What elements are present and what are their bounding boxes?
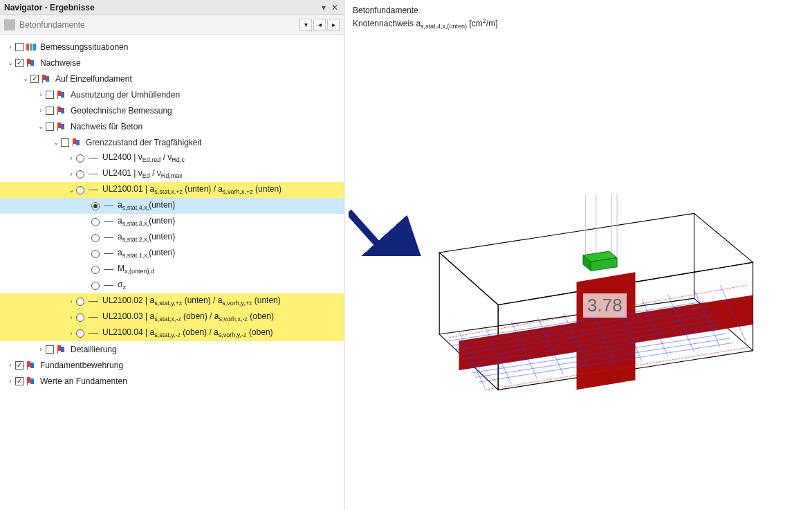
expand-toggle-icon[interactable]: › (66, 170, 76, 178)
svg-rect-10 (61, 92, 64, 98)
expand-toggle-icon[interactable]: ⌄ (51, 138, 61, 146)
tree-checkbox[interactable] (15, 59, 24, 67)
expand-toggle-icon[interactable]: › (6, 43, 15, 51)
close-icon[interactable]: ✕ (330, 3, 340, 12)
expand-toggle-icon[interactable]: › (36, 345, 46, 353)
expand-toggle-icon[interactable]: ⌄ (21, 75, 30, 82)
tree-radio[interactable] (76, 154, 84, 163)
tree-checkbox[interactable] (46, 91, 54, 99)
tree-item-label: Bemessungssituationen (39, 42, 128, 52)
tree-row[interactable]: ›UL2401 | νEd / νRd,max (0, 166, 344, 182)
tree-checkbox[interactable] (46, 345, 54, 354)
svg-rect-6 (42, 75, 46, 80)
tree-row[interactable]: ›Bemessungssituationen (0, 39, 344, 55)
tree-row[interactable]: ›UL2100.04 | as,stat,y,-z (oben) / as,vo… (0, 325, 344, 341)
tree-radio[interactable] (91, 234, 100, 242)
tree-row[interactable]: as,stat,4,x,(unten) (0, 198, 344, 214)
svg-rect-28 (30, 379, 34, 384)
expand-toggle-icon[interactable]: › (36, 91, 46, 98)
svg-rect-3 (27, 59, 30, 64)
svg-rect-13 (61, 108, 64, 113)
tree-radio[interactable] (76, 170, 84, 179)
expand-toggle-icon[interactable]: ⌄ (36, 122, 46, 130)
toolbar-next-button[interactable]: ▸ (327, 19, 340, 31)
expand-toggle-icon[interactable]: › (66, 298, 76, 305)
tree-row[interactable]: as,stat,3,x,(unten) (0, 214, 344, 230)
tree-item-label: Auf Einzelfundament (54, 74, 132, 84)
tree-row[interactable]: ›Ausnutzung der Umhüllenden (0, 86, 344, 102)
expand-toggle-icon[interactable]: › (66, 154, 76, 162)
tree-row[interactable]: ⌄Grenzzustand der Tragfähigkeit (0, 134, 344, 150)
tree-item-label: Geotechnische Bemessung (69, 106, 172, 116)
svg-rect-21 (57, 345, 61, 351)
design-flag-icon (26, 376, 36, 386)
svg-rect-12 (57, 107, 61, 112)
tree-row[interactable]: ⌄Nachweise (0, 55, 344, 71)
tree-checkbox[interactable] (46, 107, 54, 115)
tree-radio[interactable] (91, 250, 100, 258)
navigator-titlebar: Navigator - Ergebnisse ▾ ✕ (0, 0, 344, 15)
tree-checkbox[interactable] (46, 122, 54, 131)
tree-row[interactable]: ›Fundamentbewehrung (0, 357, 344, 373)
result-line-icon (104, 206, 113, 206)
tree-row[interactable]: as,stat,2,x,(unten) (0, 230, 344, 246)
tree-radio[interactable] (91, 266, 100, 274)
toolbar-prev-button[interactable]: ◂ (313, 19, 326, 31)
svg-rect-25 (30, 363, 34, 368)
tree-row[interactable]: ›UL2100.02 | as,stat,y,+z (unten) / as,v… (0, 293, 344, 309)
tree-row[interactable]: ›UL2100.03 | as,stat,x,-z (oben) / as,vo… (0, 309, 344, 325)
svg-rect-27 (27, 377, 30, 383)
tree-row[interactable]: σz (0, 277, 344, 293)
tree-radio[interactable] (76, 298, 84, 306)
result-line-icon (104, 221, 113, 222)
toolbar-label: Betonfundamente (19, 20, 295, 30)
tree-checkbox[interactable] (15, 377, 24, 385)
tree-row[interactable]: ⌄Nachweis für Beton (0, 118, 344, 134)
expand-toggle-icon[interactable]: › (66, 329, 76, 337)
result-line-icon (89, 174, 98, 174)
svg-rect-22 (61, 347, 64, 352)
tree-row[interactable]: ›Werte an Fundamenten (0, 373, 344, 389)
result-line-icon (89, 317, 98, 318)
result-line-icon (104, 253, 113, 254)
result-line-icon (89, 158, 98, 158)
tree-radio[interactable] (91, 218, 100, 226)
svg-rect-4 (30, 60, 34, 66)
expand-toggle-icon[interactable]: › (6, 377, 15, 385)
tree-radio[interactable] (91, 282, 100, 290)
tree-row[interactable]: Mx,(unten),d (0, 262, 344, 277)
result-line-icon (104, 269, 113, 270)
tree-radio[interactable] (76, 313, 84, 322)
expand-toggle-icon[interactable]: › (66, 313, 76, 321)
tree-row[interactable]: ⌄UL2100.01 | as,stat,x,+z (unten) / as,v… (0, 182, 344, 198)
expand-toggle-icon[interactable]: ⌄ (66, 186, 76, 194)
expand-toggle-icon[interactable]: › (36, 107, 46, 114)
tree-checkbox[interactable] (15, 361, 24, 370)
tree-radio[interactable] (76, 329, 84, 338)
expand-toggle-icon[interactable]: ⌄ (6, 59, 15, 66)
svg-rect-8 (42, 80, 43, 83)
tree-item-label: UL2100.03 | as,stat,x,-z (oben) / as,vor… (101, 311, 274, 322)
svg-rect-24 (27, 361, 30, 367)
window-options-icon[interactable]: ▾ (319, 3, 329, 12)
svg-rect-0 (26, 44, 29, 51)
design-flag-icon (57, 90, 66, 100)
tree-radio[interactable] (91, 202, 100, 210)
tree-item-label: Werte an Fundamenten (39, 376, 127, 386)
tree-row[interactable]: ›Detaillierung (0, 341, 344, 357)
tree-checkbox[interactable] (15, 43, 24, 51)
tree-row[interactable]: ⌄Auf Einzelfundament (0, 71, 344, 86)
tree-checkbox[interactable] (30, 75, 39, 83)
results-tree[interactable]: ›Bemessungssituationen⌄Nachweise⌄Auf Ein… (0, 35, 344, 510)
toolbar-dropdown-button[interactable]: ▾ (299, 19, 312, 31)
model-viewport[interactable]: Betonfundamente Knotennachweis as,stat,4… (344, 0, 812, 510)
tree-radio[interactable] (76, 186, 84, 194)
tree-item-label: σz (116, 280, 126, 291)
expand-toggle-icon[interactable]: › (6, 361, 15, 369)
viewport-title: Betonfundamente (353, 4, 497, 17)
tree-checkbox[interactable] (61, 138, 69, 147)
navigator-toolbar: Betonfundamente ▾ ◂ ▸ (0, 15, 344, 35)
tree-row[interactable]: as,stat,1,x,(unten) (0, 246, 344, 262)
tree-row[interactable]: ›UL2400 | νEd,red / νRd,c (0, 150, 344, 166)
tree-row[interactable]: ›Geotechnische Bemessung (0, 102, 344, 118)
